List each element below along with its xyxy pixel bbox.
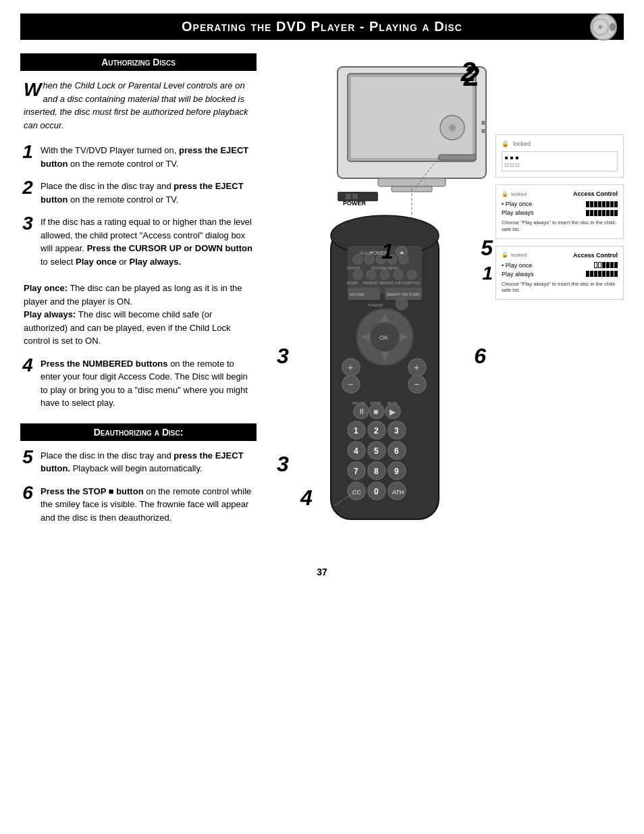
step-1: 1 With the TV/DVD Player turned on, pres… xyxy=(20,144,257,170)
svg-rect-15 xyxy=(346,194,351,199)
access-panel-3: 🔒 locked Access Control • Play once xyxy=(495,246,624,301)
lock-icon-1: 🔒 xyxy=(502,140,509,147)
access-panel-2: 🔒 locked Access Control • Play once xyxy=(495,184,624,239)
step-5-number: 5 xyxy=(20,448,35,467)
label-3-left: 3 xyxy=(277,344,289,369)
svg-text:■: ■ xyxy=(373,407,378,417)
label-6: 6 xyxy=(474,344,486,369)
play-notes: Play once: The disc can be played as lon… xyxy=(20,282,257,348)
svg-text:REPEAT: REPEAT xyxy=(363,281,378,285)
illustration-container: 2 5 1 1 3 6 3 4 xyxy=(270,53,500,546)
svg-text:4: 4 xyxy=(354,446,358,456)
authorizing-steps: 1 With the TV/DVD Player turned on, pres… xyxy=(20,144,257,268)
svg-text:SYSTEM MENU: SYSTEM MENU xyxy=(371,266,398,270)
access-control-title-2: Access Control xyxy=(573,190,618,197)
step-1-text: With the TV/DVD Player turned on, press … xyxy=(41,144,257,170)
disc-icon xyxy=(590,14,617,41)
svg-point-2 xyxy=(599,26,601,28)
svg-point-26 xyxy=(353,255,363,264)
svg-point-27 xyxy=(365,255,374,264)
svg-text:1: 1 xyxy=(354,426,358,436)
step-4-text: Press the NUMBERED buttons on the remote… xyxy=(41,357,257,410)
page-header: Operating the DVD Player - Playing a Dis… xyxy=(20,14,624,40)
step-5-text: Place the disc in the disc tray and pres… xyxy=(41,449,257,475)
step-6-number: 6 xyxy=(20,484,35,502)
intro-paragraph: When the Child Lock or Parental Level co… xyxy=(20,79,257,132)
step-2-text: Place the disc in the disc tray and pres… xyxy=(41,180,257,206)
panel-3-note: Choose "Play always" to insert the disc … xyxy=(502,281,618,294)
deauthorizing-steps: 5 Place the disc in the disc tray and pr… xyxy=(20,449,257,525)
svg-text:OK: OK xyxy=(379,334,388,341)
svg-text:CC: CC xyxy=(352,489,361,496)
step-2: 2 Place the disc in the disc tray and pr… xyxy=(20,180,257,206)
main-content: Authorizing Discs When the Child Lock or… xyxy=(20,53,624,546)
svg-point-36 xyxy=(394,270,403,280)
step-6: 6 Press the STOP ■ button on the remote … xyxy=(20,485,257,525)
svg-text:−: − xyxy=(414,379,419,390)
right-column: 2 5 1 1 3 6 3 4 xyxy=(270,53,624,546)
svg-text:REPEAT A-B: REPEAT A-B xyxy=(379,281,401,285)
svg-point-35 xyxy=(380,270,390,280)
svg-text:▶: ▶ xyxy=(390,407,396,417)
svg-point-34 xyxy=(367,270,376,280)
svg-rect-16 xyxy=(352,194,358,199)
page: Operating the DVD Player - Playing a Dis… xyxy=(0,0,644,834)
svg-text:−: − xyxy=(348,379,353,390)
svg-text:+: + xyxy=(414,362,419,373)
svg-text:9: 9 xyxy=(394,467,399,476)
drop-cap-w: W xyxy=(24,80,41,99)
label-4: 4 xyxy=(300,486,313,511)
svg-text:AUDIO: AUDIO xyxy=(346,281,358,285)
authorizing-header: Authorizing Discs xyxy=(20,53,257,71)
page-number: 37 xyxy=(317,567,327,577)
svg-text:⏸: ⏸ xyxy=(358,407,365,415)
svg-text:ATH: ATH xyxy=(392,489,404,496)
svg-text:SOUND: SOUND xyxy=(350,292,365,296)
svg-point-33 xyxy=(353,270,363,280)
svg-text:6: 6 xyxy=(394,446,399,456)
lock-icon-3: 🔒 xyxy=(502,252,508,258)
deauthorizing-header: Deauthorizing a Disc: xyxy=(20,423,257,441)
svg-text:TV/DVD: TV/DVD xyxy=(368,303,383,307)
svg-text:5: 5 xyxy=(374,446,379,456)
label-1-top: 1 xyxy=(482,263,493,284)
svg-text:SUBTITLE: SUBTITLE xyxy=(402,281,421,285)
svg-text:SMART PICTURE: SMART PICTURE xyxy=(387,292,420,296)
step-6-text: Press the STOP ■ button on the remote co… xyxy=(41,485,257,525)
svg-text:7: 7 xyxy=(354,467,358,476)
label-1: 1 xyxy=(381,239,394,264)
svg-point-37 xyxy=(407,270,417,280)
svg-text:TV/VCR: TV/VCR xyxy=(346,266,360,270)
svg-rect-6 xyxy=(378,178,446,186)
left-column: Authorizing Discs When the Child Lock or… xyxy=(20,53,257,546)
svg-point-30 xyxy=(399,255,408,264)
svg-text:0: 0 xyxy=(374,487,379,496)
step4-list: 4 Press the NUMBERED buttons on the remo… xyxy=(20,357,257,410)
svg-text:⏏: ⏏ xyxy=(400,250,404,255)
panel-2-note: Choose "Play always" to insert the disc … xyxy=(502,219,618,233)
side-panels: 🔒 locked ■■■ □□□ xyxy=(495,134,624,300)
svg-text:2: 2 xyxy=(374,426,379,436)
step-3-number: 3 xyxy=(20,214,35,233)
label-2: 2 xyxy=(464,60,479,93)
lock-icon-2: 🔒 xyxy=(502,191,508,197)
access-panel-1: 🔒 locked ■■■ □□□ xyxy=(495,134,624,178)
page-footer: 37 xyxy=(20,567,624,577)
svg-point-10 xyxy=(449,124,456,131)
step-4: 4 Press the NUMBERED buttons on the remo… xyxy=(20,357,257,410)
svg-rect-11 xyxy=(481,121,487,125)
step-1-number: 1 xyxy=(20,142,35,161)
svg-text:3: 3 xyxy=(394,426,399,436)
step-3: 3 If the disc has a rating equal to or h… xyxy=(20,215,257,268)
svg-text:8: 8 xyxy=(374,467,379,476)
label-5: 5 xyxy=(481,236,493,261)
label-3-bottom: 3 xyxy=(277,452,289,477)
main-illustration: POWER POWER xyxy=(270,53,500,546)
svg-text:+: + xyxy=(348,362,353,373)
step-3-text: If the disc has a rating equal to or hig… xyxy=(41,215,257,268)
page-title: Operating the DVD Player - Playing a Dis… xyxy=(34,19,610,34)
svg-rect-8 xyxy=(439,155,476,160)
step-5: 5 Place the disc in the disc tray and pr… xyxy=(20,449,257,475)
svg-rect-12 xyxy=(481,129,487,133)
access-control-title-3: Access Control xyxy=(573,252,618,259)
